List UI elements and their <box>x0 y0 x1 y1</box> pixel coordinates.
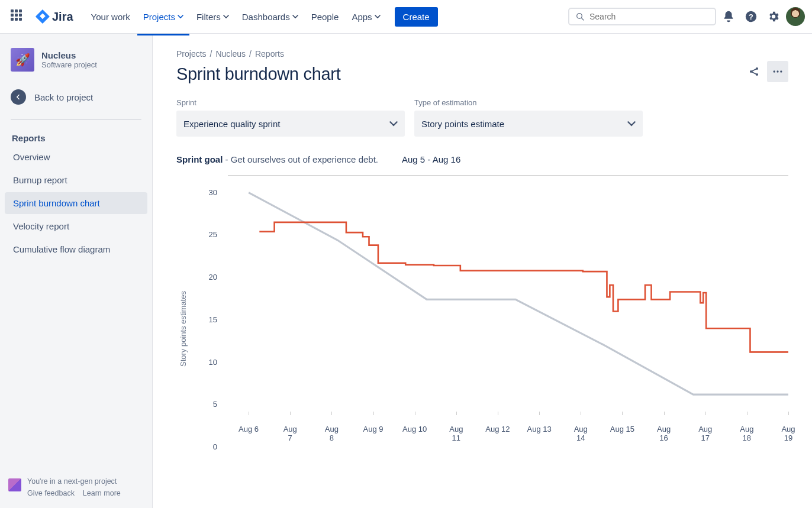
user-avatar[interactable] <box>786 7 805 26</box>
x-tick: Aug 6 <box>239 425 259 433</box>
search-box[interactable] <box>568 8 716 25</box>
project-icon <box>11 48 34 72</box>
sprint-select-value: Experience quality sprint <box>183 119 280 129</box>
burndown-chart: Story points estimates 051015202530 Aug … <box>176 175 788 483</box>
y-tick: 15 <box>209 315 217 323</box>
chart-plot-area <box>228 175 788 447</box>
nav-projects-label: Projects <box>143 12 175 22</box>
project-subtitle: Software project <box>41 60 97 69</box>
x-tick: Aug 19 <box>781 425 795 442</box>
main-content: Projects/ Nucleus/ Reports Sprint burndo… <box>153 34 812 508</box>
sprint-goal-row: Sprint goal - Get ourselves out of exper… <box>176 154 788 164</box>
nav-your-work-label: Your work <box>91 12 130 22</box>
y-tick: 10 <box>209 357 217 366</box>
chevron-down-icon <box>375 14 381 20</box>
page-title: Sprint burndown chart <box>176 64 340 84</box>
search-input[interactable] <box>589 12 709 21</box>
sprint-select-label: Sprint <box>176 98 405 107</box>
learn-more-link[interactable]: Learn more <box>83 489 121 497</box>
x-tick: Aug 16 <box>657 425 671 442</box>
give-feedback-link[interactable]: Give feedback <box>27 489 75 497</box>
nav-your-work[interactable]: Your work <box>85 7 136 27</box>
svg-line-7 <box>752 69 756 70</box>
nav-projects[interactable]: Projects <box>137 7 189 27</box>
create-button[interactable]: Create <box>395 7 438 27</box>
x-tick: Aug 17 <box>698 425 712 442</box>
project-name: Nucleus <box>41 50 97 60</box>
nav-apps[interactable]: Apps <box>346 7 386 27</box>
next-gen-text: You're in a next-gen project <box>27 477 121 486</box>
x-tick: Aug 9 <box>363 425 384 433</box>
nav-dashboards-label: Dashboards <box>242 12 290 22</box>
back-label: Back to project <box>34 92 93 102</box>
share-icon <box>748 66 760 77</box>
chevron-down-icon <box>223 14 229 20</box>
estimation-select[interactable]: Story points estimate <box>414 111 643 137</box>
svg-point-9 <box>774 70 775 72</box>
more-actions-button[interactable] <box>767 61 788 82</box>
x-tick: Aug 12 <box>485 425 510 433</box>
estimation-select-value: Story points estimate <box>421 119 504 129</box>
x-tick: Aug 8 <box>325 425 339 442</box>
sprint-goal-text: - Get ourselves out of experience debt. <box>223 154 378 164</box>
app-switcher-icon[interactable] <box>7 6 28 27</box>
sprint-date-range: Aug 5 - Aug 16 <box>402 154 460 164</box>
estimation-select-label: Type of estimation <box>414 98 643 107</box>
settings-icon[interactable] <box>763 7 784 27</box>
logo-text: Jira <box>52 10 73 24</box>
sidebar-section-title: Reports <box>5 127 147 145</box>
y-tick: 20 <box>209 273 217 281</box>
y-tick: 5 <box>213 400 217 409</box>
sidebar-divider <box>11 119 141 120</box>
chevron-down-icon <box>292 14 298 20</box>
breadcrumb-nucleus[interactable]: Nucleus <box>215 49 246 59</box>
sidebar-item-burnup[interactable]: Burnup report <box>5 169 147 191</box>
chevron-down-icon <box>389 119 398 128</box>
svg-text:?: ? <box>749 12 753 21</box>
nav-people-label: People <box>311 12 339 22</box>
nav-dashboards[interactable]: Dashboards <box>236 7 304 27</box>
primary-nav: Your work Projects Filters Dashboards Pe… <box>85 7 438 27</box>
breadcrumb-projects[interactable]: Projects <box>176 49 207 59</box>
x-tick: Aug 15 <box>610 425 634 433</box>
x-tick: Aug 11 <box>449 425 463 442</box>
x-tick: Aug 7 <box>283 425 297 442</box>
nav-filters-label: Filters <box>196 12 221 22</box>
help-icon[interactable]: ? <box>741 7 761 27</box>
x-tick: Aug 18 <box>740 425 753 442</box>
breadcrumb: Projects/ Nucleus/ Reports <box>176 49 788 59</box>
notifications-icon[interactable] <box>718 7 739 27</box>
sidebar-item-overview[interactable]: Overview <box>5 146 147 168</box>
project-header[interactable]: Nucleus Software project <box>5 48 147 77</box>
nav-filters[interactable]: Filters <box>191 7 235 27</box>
sidebar: Nucleus Software project Back to project… <box>0 34 153 508</box>
back-to-project[interactable]: Back to project <box>5 82 147 112</box>
chart-x-axis: Aug 6Aug 7Aug 8Aug 9Aug 10Aug 11Aug 12Au… <box>228 448 788 483</box>
sprint-select[interactable]: Experience quality sprint <box>176 111 405 137</box>
svg-point-10 <box>776 70 778 72</box>
y-tick: 25 <box>209 230 217 239</box>
svg-line-1 <box>581 18 584 20</box>
more-icon <box>772 66 784 77</box>
chart-y-axis-label: Story points estimates <box>176 175 190 483</box>
sidebar-item-cfd[interactable]: Cumulative flow diagram <box>5 238 147 260</box>
top-nav: Jira Your work Projects Filters Dashboar… <box>0 0 812 34</box>
back-arrow-icon <box>11 89 26 105</box>
x-tick: Aug 10 <box>402 425 427 433</box>
sprint-goal-label: Sprint goal <box>176 154 223 164</box>
svg-line-8 <box>752 72 756 73</box>
breadcrumb-reports[interactable]: Reports <box>255 49 284 59</box>
share-button[interactable] <box>743 61 765 82</box>
sidebar-footer: You're in a next-gen project Give feedba… <box>5 471 147 503</box>
jira-logo[interactable]: Jira <box>31 9 78 24</box>
search-icon <box>575 12 585 21</box>
y-tick: 0 <box>213 442 217 451</box>
x-tick: Aug 13 <box>527 425 552 433</box>
sidebar-item-velocity[interactable]: Velocity report <box>5 215 147 237</box>
chevron-down-icon <box>178 14 183 20</box>
jira-logo-icon <box>36 9 50 24</box>
next-gen-icon <box>8 478 21 491</box>
svg-point-11 <box>780 70 782 72</box>
sidebar-item-burndown[interactable]: Sprint burndown chart <box>5 192 147 214</box>
nav-people[interactable]: People <box>305 7 345 27</box>
